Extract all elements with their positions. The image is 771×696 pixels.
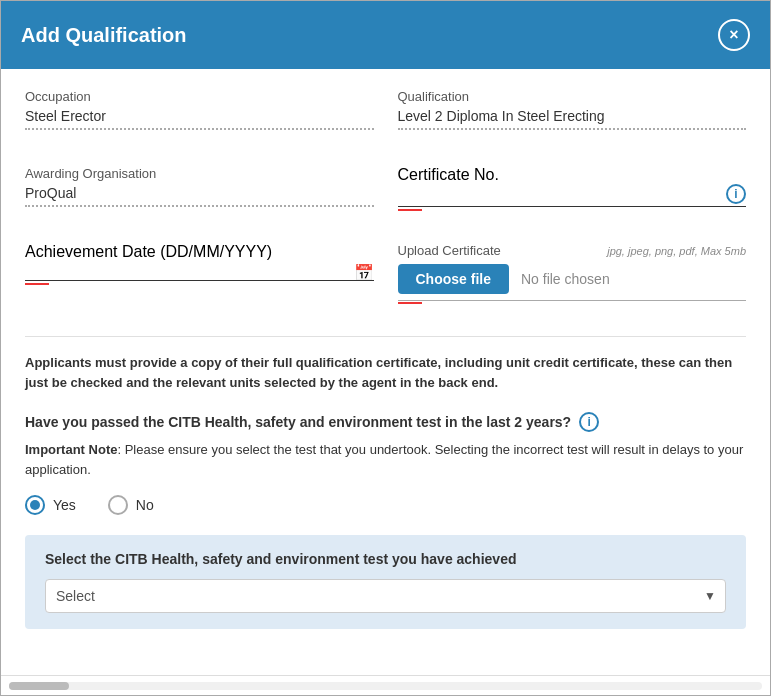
form-row-1: Occupation Steel Erector Qualification L…: [25, 89, 746, 150]
form-row-2: Awarding Organisation ProQual Certificat…: [25, 166, 746, 227]
achievement-date-wrapper: 📅: [25, 261, 374, 281]
citb-note-text: : Please ensure you select the test that…: [25, 442, 743, 477]
calendar-icon[interactable]: 📅: [354, 263, 374, 282]
close-button[interactable]: ×: [718, 19, 750, 51]
qualification-label: Qualification: [398, 89, 747, 104]
certificate-no-error-line: [398, 209, 422, 211]
choose-file-button[interactable]: Choose file: [398, 264, 509, 294]
citb-select-section: Select the CITB Health, safety and envir…: [25, 535, 746, 629]
radio-no-label: No: [136, 497, 154, 513]
achievement-date-field: Achievement Date (DD/MM/YYYY) 📅: [25, 243, 374, 320]
horizontal-scrollbar[interactable]: [9, 682, 762, 690]
radio-yes[interactable]: Yes: [25, 495, 76, 515]
radio-group: Yes No: [25, 495, 746, 515]
occupation-field: Occupation Steel Erector: [25, 89, 374, 130]
certificate-no-field: Certificate No. i: [398, 166, 747, 227]
modal-container: Add Qualification × Occupation Steel Ere…: [0, 0, 771, 696]
certificate-no-label: Certificate No.: [398, 166, 499, 183]
scrollbar-thumb: [9, 682, 69, 690]
achievement-date-label: Achievement Date (DD/MM/YYYY): [25, 243, 272, 260]
awarding-org-value: ProQual: [25, 185, 374, 207]
modal-footer: [1, 675, 770, 695]
occupation-value: Steel Erector: [25, 108, 374, 130]
awarding-org-field: Awarding Organisation ProQual: [25, 166, 374, 207]
form-row-3: Achievement Date (DD/MM/YYYY) 📅 Upload C…: [25, 243, 746, 320]
radio-yes-label: Yes: [53, 497, 76, 513]
radio-yes-circle: [25, 495, 45, 515]
citb-question-text: Have you passed the CITB Health, safety …: [25, 414, 571, 430]
certificate-no-input-wrapper: i: [398, 184, 747, 207]
citb-note-bold: Important Note: [25, 442, 117, 457]
certificate-no-input[interactable]: [398, 186, 727, 202]
radio-no-circle: [108, 495, 128, 515]
awarding-org-label: Awarding Organisation: [25, 166, 374, 181]
upload-error-line: [398, 302, 422, 304]
qualification-value: Level 2 Diploma In Steel Erecting: [398, 108, 747, 130]
upload-label: Upload Certificate: [398, 243, 501, 258]
citb-question: Have you passed the CITB Health, safety …: [25, 412, 746, 432]
no-file-text: No file chosen: [521, 271, 746, 287]
upload-header: Upload Certificate jpg, jpeg, png, pdf, …: [398, 243, 747, 258]
certificate-info-icon[interactable]: i: [726, 184, 746, 204]
citb-select-label: Select the CITB Health, safety and envir…: [45, 551, 726, 567]
modal-body: Occupation Steel Erector Qualification L…: [1, 69, 770, 675]
citb-select-wrapper: Select CITB Health, Safety & Environment…: [45, 579, 726, 613]
upload-controls: Choose file No file chosen: [398, 264, 747, 301]
citb-select[interactable]: Select CITB Health, Safety & Environment…: [45, 579, 726, 613]
upload-certificate-section: Upload Certificate jpg, jpeg, png, pdf, …: [398, 243, 747, 304]
radio-no[interactable]: No: [108, 495, 154, 515]
occupation-label: Occupation: [25, 89, 374, 104]
info-text: Applicants must provide a copy of their …: [25, 336, 746, 392]
citb-note: Important Note: Please ensure you select…: [25, 440, 746, 479]
achievement-date-input[interactable]: [25, 262, 374, 281]
upload-hints: jpg, jpeg, png, pdf, Max 5mb: [607, 245, 746, 257]
achievement-date-error-line: [25, 283, 49, 285]
modal-header: Add Qualification ×: [1, 1, 770, 69]
citb-info-icon[interactable]: i: [579, 412, 599, 432]
modal-title: Add Qualification: [21, 24, 187, 47]
qualification-field: Qualification Level 2 Diploma In Steel E…: [398, 89, 747, 130]
